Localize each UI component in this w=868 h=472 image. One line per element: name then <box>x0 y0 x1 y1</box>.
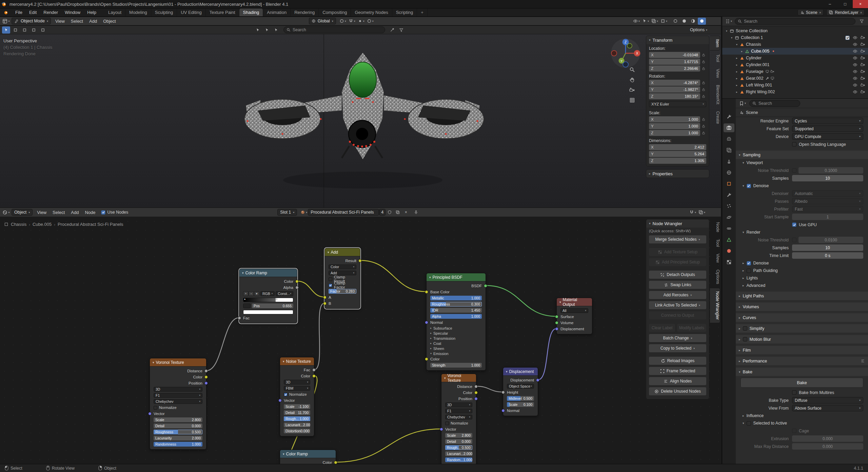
expand-icon[interactable]: ▸ <box>734 91 739 94</box>
subsection-checkbox[interactable] <box>747 269 751 273</box>
output-socket-color[interactable] <box>474 391 478 394</box>
properties-tab-view-layer[interactable] <box>724 146 734 155</box>
shader-type-dropdown[interactable]: Object▾ <box>12 209 33 216</box>
properties-subpanel-header[interactable]: ▸Properties <box>646 170 709 178</box>
node-slider-detail[interactable]: Detail0.000 <box>154 424 202 428</box>
sidebar-tab-item[interactable]: Item <box>710 36 720 51</box>
view-from-select[interactable]: Above Surface▾ <box>792 405 863 411</box>
node-row-swatch[interactable] <box>239 309 297 315</box>
hide-in-viewport-icon[interactable] <box>853 62 857 67</box>
transform-value-field[interactable]: Z1.305 <box>649 158 706 164</box>
shading-material-preview-icon[interactable] <box>689 18 697 25</box>
node-row-sel[interactable]: Chebychev▾ <box>441 414 476 420</box>
show-overlays-icon[interactable]: ▾ <box>651 18 659 25</box>
app-menu-icon[interactable] <box>0 8 12 16</box>
node-row-slider[interactable]: Strength1.000 <box>427 362 486 368</box>
node-row-in[interactable]: B <box>325 300 360 307</box>
input-socket-b[interactable] <box>323 302 327 305</box>
camera-view-icon[interactable] <box>629 87 635 93</box>
workspace-tab-uv-editing[interactable]: UV Editing <box>177 8 205 16</box>
input-socket-displacement[interactable] <box>555 327 558 331</box>
node-dropdown[interactable]: F1▾ <box>154 393 202 398</box>
node-slider-scale[interactable]: Scale2.800 <box>445 433 472 438</box>
properties-tab-object-data[interactable] <box>724 235 734 244</box>
node-row-in[interactable]: Surface <box>557 314 592 320</box>
ramp-tool-button[interactable]: ▾ <box>254 291 259 296</box>
transform-value-field[interactable]: Y1.67715 <box>649 59 700 65</box>
device-select[interactable]: GPU Compute▾ <box>792 133 863 140</box>
node-row-in[interactable]: Volume <box>557 320 592 326</box>
transform-value-field[interactable]: Z2.26646 <box>649 65 700 72</box>
disable-in-renders-icon[interactable] <box>861 69 865 74</box>
properties-tab-object[interactable] <box>724 179 734 188</box>
node-checkbox[interactable] <box>329 277 332 281</box>
node-row-slider[interactable]: Random...1.000 <box>441 457 476 463</box>
expand-icon[interactable]: ▾ <box>734 43 739 46</box>
input-socket-color[interactable] <box>425 357 428 361</box>
checkbox[interactable] <box>792 238 796 242</box>
node-dropdown[interactable]: 3D▾ <box>284 380 310 385</box>
properties-tab-tool[interactable] <box>724 112 734 121</box>
node-voronoi1[interactable]: ▾Voronoi TextureDistanceColorPosition3D▾… <box>150 358 206 450</box>
output-socket-result[interactable] <box>358 259 362 262</box>
input-socket-volume[interactable] <box>555 321 558 324</box>
node-row-twist[interactable]: ▾Emission <box>427 351 486 356</box>
subsection-viewport[interactable]: ▾Viewport <box>736 159 868 166</box>
node-row-slider[interactable]: Detail0.000 <box>441 438 476 445</box>
swap-links-button[interactable]: Swap Links <box>649 280 707 289</box>
cursor-tool-icon[interactable] <box>39 26 47 34</box>
rotation-mode-dropdown[interactable]: XYZ Euler▾ <box>649 101 706 107</box>
render-layer-selector[interactable]: RenderLayer × <box>826 9 865 16</box>
section-light-paths[interactable]: ▸Light Paths <box>736 292 868 300</box>
node-row-in[interactable]: Displacement <box>557 326 592 332</box>
node-dropdown[interactable]: Add▾ <box>329 271 356 275</box>
close-button[interactable]: × <box>853 0 868 8</box>
node-row-slider[interactable]: Randomness1.000 <box>150 441 206 447</box>
properties-tab-render[interactable] <box>724 123 734 132</box>
move-view-icon[interactable] <box>629 77 635 83</box>
snap-magnet-icon[interactable]: ▾ <box>348 18 356 25</box>
input-socket-a[interactable] <box>323 296 327 299</box>
hide-in-viewport-icon[interactable] <box>853 49 857 54</box>
node-row-sel[interactable]: 3D▾ <box>280 379 314 385</box>
eyedropper-icon[interactable] <box>388 26 396 34</box>
node-dropdown[interactable]: All▾ <box>560 308 588 313</box>
properties-tab-particles[interactable] <box>724 202 734 211</box>
node-row-posrow[interactable]: Pos0.655 <box>239 303 297 309</box>
slot-dropdown[interactable]: Slot 1▾ <box>277 209 297 216</box>
subsection-checkbox[interactable] <box>747 184 751 188</box>
ramp-position[interactable]: Pos0.655 <box>252 303 293 308</box>
navigation-gizmo[interactable]: Z X Y <box>609 37 642 70</box>
checkbox[interactable] <box>792 429 796 433</box>
node-wrangler-panel-header[interactable]: ▾Node Wrangler <box>646 219 709 228</box>
zoom-icon[interactable] <box>629 67 635 73</box>
hide-in-viewport-icon[interactable] <box>853 56 857 60</box>
subsection-checkbox[interactable] <box>747 421 751 426</box>
toggle-xray-icon[interactable]: ▾ <box>660 18 668 25</box>
section-sampling[interactable]: ▾Sampling <box>736 151 868 159</box>
merge-selected-nodes-button[interactable]: Merge Selected Nodes▾ <box>649 235 707 244</box>
checkbox[interactable] <box>792 168 796 173</box>
outliner-row-collection-1[interactable]: ▾Collection 1 <box>722 34 868 41</box>
node-checkbox[interactable] <box>284 393 288 396</box>
sidebar-tab-blenderkit[interactable]: BlenderKit <box>710 82 720 107</box>
properties-type-icon[interactable]: ▾ <box>738 100 747 107</box>
input-socket-vector[interactable] <box>148 412 152 415</box>
filter-icon[interactable] <box>397 26 405 34</box>
shader-menu-select[interactable]: Select <box>50 208 68 217</box>
node-dropdown[interactable]: Color▾ <box>329 264 356 269</box>
frame-selected-button[interactable]: Frame Selected <box>649 367 707 375</box>
subsection-path-guiding[interactable]: ▸Path Guiding <box>736 267 868 274</box>
subsection-denoise[interactable]: ▸Denoise <box>736 259 868 267</box>
node-slider-roughness[interactable]: Roughness0.500 <box>154 430 202 434</box>
filter-icon[interactable] <box>857 18 866 25</box>
section-simplify[interactable]: ▸Simplify <box>736 324 868 333</box>
checkbox[interactable] <box>792 390 796 395</box>
pin-icon[interactable] <box>412 209 420 216</box>
shader-menu-node[interactable]: Node <box>82 208 98 217</box>
workspace-tab-modeling[interactable]: Modeling <box>125 8 151 16</box>
node-row-sel[interactable]: Chebychev▾ <box>150 398 206 405</box>
node-slider-midlevel[interactable]: Midlevel0.500 <box>507 396 534 401</box>
disable-in-renders-icon[interactable] <box>861 90 865 94</box>
workspace-tab-animation[interactable]: Animation <box>263 8 291 16</box>
